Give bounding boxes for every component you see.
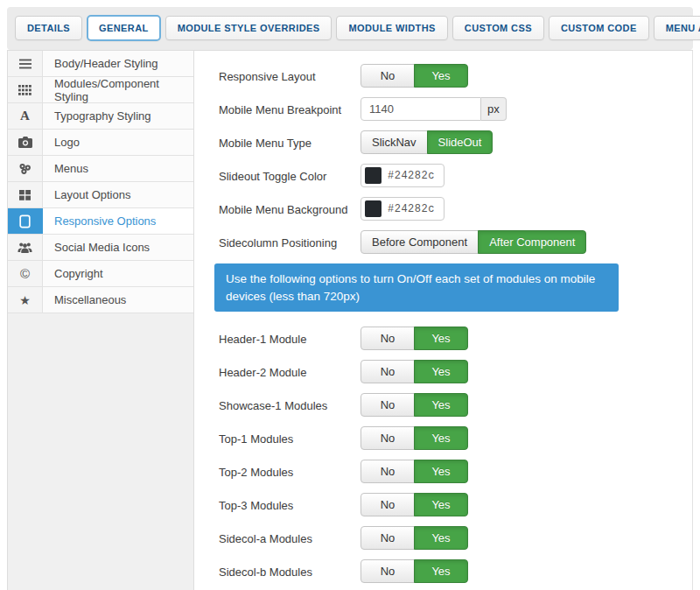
sidebar-item-miscellaneous[interactable]: ★Miscellaneous [8,287,193,313]
tab-menu-assignment[interactable]: MENU ASSIGNMENT [654,16,700,40]
hamburger-icon [8,51,43,76]
no-button[interactable]: No [360,426,415,450]
yes-button[interactable]: Yes [414,460,468,483]
tab-module-style-overrides[interactable]: MODULE STYLE OVERRIDES [165,16,332,40]
tab-custom-css[interactable]: CUSTOM CSS [452,16,544,40]
mobile-icon [8,208,43,234]
tab-bar: DETAILSGENERALMODULE STYLE OVERRIDESMODU… [7,7,693,50]
sidebar-item-typography-styling[interactable]: ATypography Styling [8,103,193,130]
copyright-icon: © [20,267,30,280]
typography-icon: A [20,109,30,123]
mobile-menu-breakpoint-input[interactable] [360,97,481,121]
sidebar-item-label: Menus [43,156,193,181]
sidebar-item-layout-options[interactable]: Layout Options [8,182,193,208]
sidebar-item-label: Typography Styling [43,103,193,129]
yes-button[interactable]: Yes [414,393,468,417]
sidebar: Body/Header StylingModules/Component Sty… [7,51,194,590]
yes-button[interactable]: Yes [414,360,468,383]
after-component-button[interactable]: After Component [478,230,586,254]
field-label: Mobile Menu Type [219,130,360,150]
sidebar-item-label: Body/Header Styling [43,51,193,76]
color-swatch [365,167,382,184]
yes-button[interactable]: Yes [414,559,468,583]
no-button[interactable]: No [360,526,415,550]
no-button[interactable]: No [360,64,415,88]
sidebar-item-menus[interactable]: Menus [8,156,193,182]
tab-details[interactable]: DETAILS [15,16,82,40]
field-label: Showcase-1 Modules [219,393,360,412]
no-button[interactable]: No [360,460,415,483]
field-label: Top-3 Modules [219,493,360,512]
showcase-1-modules-toggle: NoYes [360,393,468,417]
tab-custom-code[interactable]: CUSTOM CODE [549,16,649,40]
responsive-layout-toggle: NoYes [360,64,468,88]
form-row-showcase-1-modules: Showcase-1 ModulesNoYes [219,393,692,417]
field-label: Sidecol-b Modules [219,559,360,579]
unit-addon: px [481,97,507,121]
field-label: Mobile Menu Breakpoint [219,97,360,116]
sidebar-item-label: Logo [43,130,193,155]
form-row-mobile-menu-background: Mobile Menu Background#24282c [219,197,692,221]
copyright-icon: © [8,261,43,286]
form-row-top-1-modules: Top-1 ModulesNoYes [219,426,692,450]
color-value: #24282c [388,203,435,215]
info-alert: Use the following options to turn On/Off… [214,263,619,312]
sidecol-a-modules-toggle: NoYes [360,526,468,550]
sidebar-item-modules-component-styling[interactable]: Modules/Component Styling [8,77,193,103]
header-2-module-toggle: NoYes [360,360,468,383]
before-component-button[interactable]: Before Component [360,230,479,254]
yes-button[interactable]: Yes [414,493,468,516]
sidebar-item-label: Responsive Options [43,208,193,234]
sidebar-item-label: Social Media Icons [43,235,193,260]
mobile-menu-breakpoint-input-group: px [360,97,507,121]
form-row-mobile-menu-type: Mobile Menu TypeSlickNavSlideOut [219,130,692,154]
yes-button[interactable]: Yes [414,426,468,450]
form-row-sidecol-a-modules: Sidecol-a ModulesNoYes [219,526,692,550]
top-3-modules-toggle: NoYes [360,493,468,516]
tab-general[interactable]: GENERAL [87,15,161,41]
sidebar-item-logo[interactable]: Logo [8,130,193,156]
form-row-sidecolumn-positioning: Sidecolumn PositioningBefore ComponentAf… [219,230,692,254]
mobile-menu-background-picker[interactable]: #24282c [360,197,444,221]
slideout-button[interactable]: SlideOut [427,130,494,154]
slicknav-button[interactable]: SlickNav [360,130,428,154]
no-button[interactable]: No [360,393,415,417]
field-label: Mobile Menu Background [219,197,360,216]
tab-module-widths[interactable]: MODULE WIDTHS [336,16,447,40]
top-1-modules-toggle: NoYes [360,426,468,450]
no-button[interactable]: No [360,360,415,383]
layout-grid-icon [8,182,43,207]
no-button[interactable]: No [360,327,415,350]
yes-button[interactable]: Yes [414,64,468,88]
sidebar-item-responsive-options[interactable]: Responsive Options [8,208,193,235]
settings-panel: Body/Header StylingModules/Component Sty… [7,50,693,590]
header-1-module-toggle: NoYes [360,327,468,350]
typography-icon: A [8,103,43,129]
field-label: Header-1 Module [219,327,360,346]
slideout-toggle-color-picker[interactable]: #24282c [360,164,444,187]
form-row-top-2-modules: Top-2 ModulesNoYes [219,460,692,483]
sidebar-item-body-header-styling[interactable]: Body/Header Styling [8,51,193,77]
grid-dots-icon [8,77,43,102]
users-icon [8,235,43,260]
sidebar-item-label: Copyright [43,261,193,286]
no-button[interactable]: No [360,559,415,583]
color-swatch [365,200,382,217]
form-content: Responsive LayoutNoYesMobile Menu Breakp… [194,51,693,590]
field-label: Slideout Toggle Color [219,164,360,183]
sidebar-item-label: Modules/Component Styling [43,77,193,102]
sidebar-item-label: Layout Options [43,182,193,207]
yes-button[interactable]: Yes [414,526,468,550]
menus-cluster-icon [8,156,43,181]
sidebar-item-copyright[interactable]: ©Copyright [8,261,193,287]
field-label: Sidecol-a Modules [219,526,360,545]
camera-icon [8,130,43,155]
form-row-responsive-layout: Responsive LayoutNoYes [219,64,692,88]
yes-button[interactable]: Yes [414,327,468,350]
field-label: Top-1 Modules [219,426,360,446]
no-button[interactable]: No [360,493,415,516]
star-icon: ★ [19,294,31,306]
sidebar-item-social-media-icons[interactable]: Social Media Icons [8,235,193,261]
field-label: Top-2 Modules [219,460,360,479]
star-icon: ★ [8,287,43,313]
